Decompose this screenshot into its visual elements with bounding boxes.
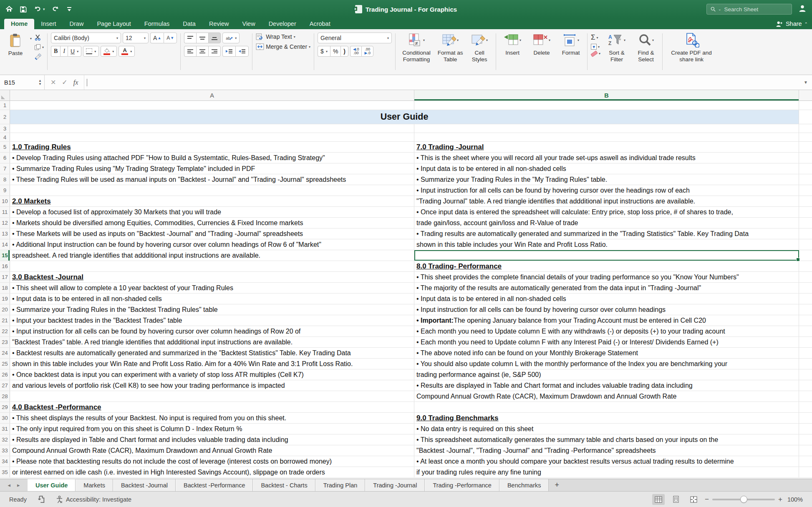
cell-A33[interactable]: Compound Annual Growth Rate (CACR), Maxi… [10,445,414,456]
cell-B28[interactable]: Compound Annual Growth Rate (CACR), Maxi… [414,391,799,402]
format-cells-button[interactable]: ▾ Format [558,33,584,56]
page-break-view-button[interactable] [687,494,700,505]
cell-B1[interactable] [414,101,799,110]
fill-color-button[interactable]: ▾ [101,46,117,57]
cell-A27[interactable]: and various levels of portfolio risk (Ce… [10,380,414,391]
sheet-tab-user-guide[interactable]: User Guide [28,479,76,491]
cell-A31[interactable]: • The only input required from you on th… [10,424,414,434]
zoom-level[interactable]: 100% [787,496,803,503]
search-input[interactable] [724,6,782,13]
row-header-9[interactable]: 9 [0,185,10,196]
cell-A35[interactable]: or interest earned on idle cash (i.e. in… [10,467,414,477]
borders-button[interactable]: ▾ [83,46,99,57]
merge-center-caret-icon[interactable]: ▾ [309,45,310,49]
font-size-select[interactable]: 12▾ [123,33,149,43]
sheet-nav-right-icon[interactable]: ▸ [17,482,20,488]
align-right-button[interactable] [208,46,221,57]
add-sheet-button[interactable]: + [549,479,565,491]
ribbon-collapse-chevron-icon[interactable]: ⌃ [804,22,808,26]
row-header-28[interactable]: 28 [0,391,10,402]
cell-B16[interactable]: 8.0 Trading- Performance [414,261,799,271]
cell-A15[interactable]: spreadsheet. A red triangle identifies t… [10,250,414,261]
increase-decimal-button[interactable]: .00▶.0 [361,46,373,57]
row-header-14[interactable]: 14 [0,239,10,250]
cell-B32[interactable]: • This spreadsheet automatically generat… [414,434,799,445]
cell-A29[interactable]: 4.0 Backtest -Performance [10,402,414,412]
cell-B11[interactable]: • Once input data is entered the spreads… [414,207,799,217]
row-header-10[interactable]: 10 [0,196,10,206]
cell-B33[interactable]: "Backtest -Journal", "Trading -Journal" … [414,445,799,456]
cell-A26[interactable]: • Once backtest data is input you can ex… [10,369,414,380]
cancel-icon[interactable]: ✕ [50,78,56,86]
font-name-select[interactable]: Calibri (Body)▾ [51,33,121,43]
fill-button[interactable]: ▼▾ [591,44,600,50]
cell-B26[interactable]: trading performance against (ie, S&P 500… [414,369,799,380]
toolbar-options-icon[interactable] [66,6,73,13]
cell-B7[interactable]: • Input data is to be entered in all non… [414,163,799,174]
row-header-24[interactable]: 24 [0,348,10,358]
row-header-6[interactable]: 6 [0,153,10,163]
row-header-23[interactable]: 23 [0,337,10,347]
undo-caret-icon[interactable]: ▾ [43,7,45,11]
orientation-button[interactable]: ab ▾ [222,33,240,43]
ribbon-tab-developer[interactable]: Developer [262,19,303,29]
decrease-font-button[interactable]: A▼ [164,33,177,43]
zoom-out-button[interactable]: − [705,495,709,504]
ribbon-tab-draw[interactable]: Draw [63,19,91,29]
ribbon-tab-review[interactable]: Review [202,19,236,29]
increase-font-button[interactable]: A▲ [150,33,164,43]
redo-icon[interactable] [51,5,60,13]
paste-button[interactable]: Paste [3,33,28,60]
cell-A3[interactable] [10,124,414,133]
clear-button[interactable]: ▾ [591,52,600,55]
comma-format-button[interactable]: ) [340,46,348,57]
sheet-tab-markets[interactable]: Markets [76,479,113,491]
row-header-1[interactable]: 1 [0,101,10,110]
cell-A21[interactable]: • Input your backtest trades in the "Bac… [10,315,414,326]
cell-B25[interactable]: • You should also update column L with t… [414,359,799,369]
underline-button[interactable]: U▾ [68,46,81,57]
ribbon-tab-view[interactable]: View [235,19,262,29]
row-header-17[interactable]: 17 [0,272,10,282]
cell-A9[interactable] [10,185,414,196]
cell-A16[interactable] [10,261,414,271]
cell-B4[interactable] [414,133,799,141]
font-color-button[interactable]: A ▾ [119,46,135,57]
cell-A7[interactable]: • Summarize Trading Rules using "My Trad… [10,163,414,174]
bold-button[interactable]: B [51,46,60,57]
row-header-27[interactable]: 27 [0,380,10,391]
cell-A20[interactable]: • Summarize your Trading Rules in the "B… [10,304,414,315]
account-profile-icon[interactable] [798,4,807,15]
sort-filter-button[interactable]: AZ▾ Sort & Filter [604,33,630,63]
name-box[interactable]: B15 [0,75,36,90]
format-as-table-button[interactable]: ▾ Format as Table [437,33,463,63]
ribbon-tab-home[interactable]: Home [4,19,34,29]
row-header-26[interactable]: 26 [0,369,10,380]
cell-A17[interactable]: 3.0 Backtest -Journal [10,272,414,282]
search-scope-caret-icon[interactable]: ⌄ [718,7,721,11]
paste-caret-icon[interactable]: ▾ [30,37,32,60]
row-header-7[interactable]: 7 [0,163,10,174]
italic-button[interactable]: I [60,46,68,57]
share-button[interactable]: Share ⌃ [776,20,808,29]
row-header-21[interactable]: 21 [0,315,10,326]
cell-A5[interactable]: 1.0 Trading Rules [10,142,414,152]
cell-B15[interactable] [414,250,799,261]
row-header-20[interactable]: 20 [0,304,10,315]
ribbon-tab-formulas[interactable]: Formulas [138,19,176,29]
cell-B24[interactable]: • The above noted info can be found on y… [414,348,799,358]
merge-center-button[interactable]: Merge & Center ▾ [256,43,310,50]
cell-A8[interactable]: • These Trading Rules will be used as ma… [10,174,414,185]
sheet-tab-trading-performance[interactable]: Trading -Performance [425,479,499,491]
row-header-30[interactable]: 30 [0,413,10,423]
ribbon-tab-acrobat[interactable]: Acrobat [303,19,337,29]
cell-B12[interactable]: trade gain/loss, account gain/loss and R… [414,218,799,228]
cell-B35[interactable]: if your trading rules require any fine t… [414,467,799,477]
row-header-12[interactable]: 12 [0,218,10,228]
row-header-25[interactable]: 25 [0,359,10,369]
sheet-tab-backtest-charts[interactable]: Backtest - Charts [253,479,315,491]
cell-A4[interactable] [10,133,414,141]
align-left-button[interactable] [184,46,196,57]
zoom-slider[interactable] [712,499,775,500]
decrease-indent-button[interactable] [222,46,235,57]
